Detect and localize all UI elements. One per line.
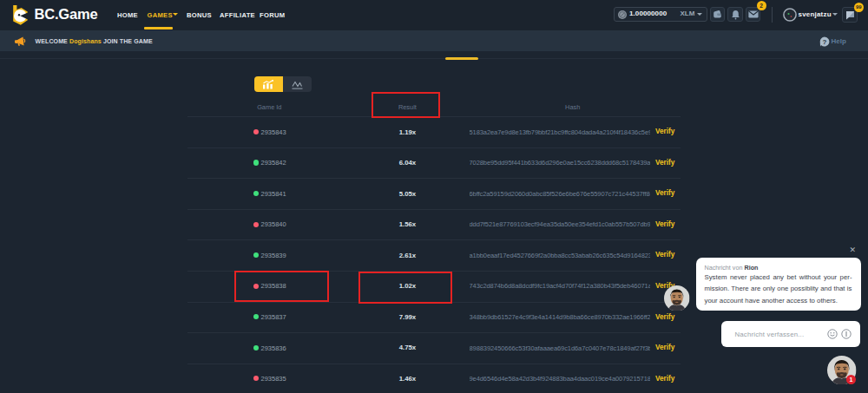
svg-text:?: ? — [823, 37, 827, 45]
